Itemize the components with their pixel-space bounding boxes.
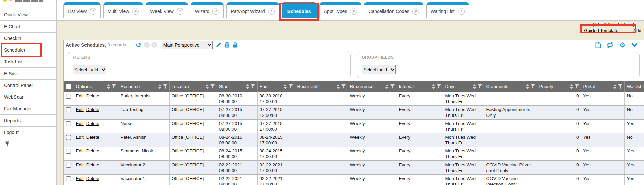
sidebar-item-scheduler[interactable]: Scheduler xyxy=(0,44,56,56)
edit-link[interactable]: Edit xyxy=(76,121,84,126)
filter-funnel-icon[interactable] xyxy=(341,84,346,89)
perspective-select[interactable]: Main Perspective xyxy=(162,41,213,49)
row-checkbox[interactable] xyxy=(66,135,71,140)
tab-cancellation-codes[interactable]: Cancellation Codes↗ xyxy=(364,2,423,18)
column-header-portal[interactable]: Portal xyxy=(581,81,624,92)
edit-link[interactable]: Edit xyxy=(76,148,84,153)
sidebar-item-e-chart[interactable]: E-Chart xyxy=(0,21,56,33)
row-checkbox[interactable] xyxy=(66,94,71,99)
sort-icon[interactable] xyxy=(337,84,340,89)
cell-waitlist_portal: No xyxy=(624,133,644,147)
sort-icon[interactable] xyxy=(526,84,529,89)
delete-link[interactable]: Delete xyxy=(86,135,99,140)
sort-icon[interactable] xyxy=(107,84,110,89)
sort-icon[interactable] xyxy=(432,84,435,89)
column-header-waitlist_portal[interactable]: Waitlist Portal xyxy=(624,81,644,92)
filters-field-select[interactable]: Select Field xyxy=(73,65,106,74)
add-link[interactable]: Add xyxy=(633,28,641,33)
filter-funnel-icon[interactable] xyxy=(437,84,441,89)
sidebar-item-quick-view[interactable]: Quick View xyxy=(0,9,56,21)
delete-link[interactable]: Delete xyxy=(86,107,99,112)
delete-link[interactable]: Delete xyxy=(86,93,99,98)
sort-icon[interactable] xyxy=(473,84,476,89)
edit-link[interactable]: Edit xyxy=(76,93,84,98)
prev-page-icon[interactable]: ‹ xyxy=(144,42,150,48)
sort-icon[interactable] xyxy=(613,84,616,89)
tab-multi-view[interactable]: Multi View↗ xyxy=(103,2,143,18)
filter-funnel-icon[interactable] xyxy=(112,84,116,89)
delete-link[interactable]: Delete xyxy=(86,162,99,167)
group-fields-select[interactable]: Select Field xyxy=(362,65,396,74)
delete-link[interactable]: Delete xyxy=(86,148,99,153)
edit-link[interactable]: Edit xyxy=(76,135,84,140)
edit-link[interactable]: Edit xyxy=(76,176,84,181)
column-header-check[interactable] xyxy=(64,81,74,92)
sidebar-item-logout[interactable]: Logout xyxy=(0,127,56,138)
tab-pat-appt-wizard[interactable]: Pat/Appt Wizard↗ xyxy=(226,2,279,18)
month-week-view-link[interactable]: Month/Week View xyxy=(595,22,631,27)
column-header-resource[interactable]: Resource xyxy=(118,81,169,92)
sort-icon[interactable] xyxy=(385,84,388,89)
column-header-recurrence[interactable]: Recurrence xyxy=(348,81,397,92)
sort-icon[interactable] xyxy=(158,84,161,89)
cell-waitlist_portal: Yes xyxy=(624,120,644,133)
edit-pencil-icon[interactable] xyxy=(216,42,222,48)
edit-link[interactable]: Edit xyxy=(76,107,84,112)
delete-link[interactable]: Delete xyxy=(86,121,99,126)
filter-funnel-icon[interactable] xyxy=(210,84,215,89)
column-header-start[interactable]: Start xyxy=(217,81,257,92)
gear-icon[interactable]: ⚙ xyxy=(619,41,625,48)
next-page-icon[interactable]: › xyxy=(151,42,157,48)
filter-funnel-icon[interactable] xyxy=(531,84,535,89)
lock-icon[interactable] xyxy=(233,42,238,48)
tab-list-view[interactable]: List View↗ xyxy=(63,2,101,18)
row-checkbox[interactable] xyxy=(66,149,71,154)
sidebar-item-checkin[interactable]: Checkin xyxy=(0,33,56,44)
tab-waiting-list[interactable]: Waiting List↗ xyxy=(426,2,469,18)
filter-funnel-icon[interactable] xyxy=(618,84,622,89)
new-document-icon[interactable] xyxy=(595,42,601,48)
edit-link[interactable]: Edit xyxy=(76,162,84,167)
column-header-days[interactable]: Days xyxy=(443,81,484,92)
column-header-priority[interactable]: Priority xyxy=(537,81,581,92)
column-header-options[interactable]: Options xyxy=(74,81,118,92)
sidebar-item-task-list[interactable]: Task List xyxy=(0,56,56,68)
undo-icon[interactable]: ↺ xyxy=(136,42,141,48)
column-header-recur_until[interactable]: Recur Until xyxy=(295,81,348,92)
select-all-checkbox[interactable] xyxy=(66,84,71,89)
column-header-end[interactable]: End xyxy=(257,81,295,92)
tab-wizard[interactable]: Wizard↗ xyxy=(191,2,224,18)
refresh-icon[interactable] xyxy=(607,42,613,48)
filter-funnel-icon[interactable] xyxy=(163,84,167,89)
filter-funnel-icon[interactable] xyxy=(251,84,255,89)
sidebar-item-fax-manager[interactable]: Fax Manager xyxy=(0,103,56,115)
column-header-location[interactable]: Location xyxy=(169,81,217,92)
column-header-comments[interactable]: Comments xyxy=(484,81,537,92)
sidebar-item-e-sign[interactable]: E-Sign xyxy=(0,68,56,80)
filter-funnel-icon[interactable] xyxy=(575,84,579,89)
delete-link[interactable]: Delete xyxy=(86,176,99,181)
column-header-interval[interactable]: Interval xyxy=(397,81,443,92)
filter-funnel-icon[interactable] xyxy=(390,84,395,89)
row-checkbox[interactable] xyxy=(66,121,71,126)
sidebar-item-webscan[interactable]: WebScan xyxy=(0,91,56,103)
month-week-view-link-line: | Month/Week View | xyxy=(592,22,634,27)
sort-icon[interactable] xyxy=(570,84,573,89)
chevron-down-icon[interactable] xyxy=(631,43,638,47)
row-checkbox[interactable] xyxy=(66,107,71,112)
tab-schedules[interactable]: Schedules xyxy=(282,2,317,18)
guided-template-link[interactable]: Guided Template xyxy=(584,28,618,33)
filter-funnel-icon[interactable] xyxy=(478,84,482,89)
sidebar-item-control-panel[interactable]: Control Panel xyxy=(0,80,56,91)
sort-icon[interactable] xyxy=(246,84,249,89)
pin-icon[interactable] xyxy=(5,141,10,147)
tab-appt-types[interactable]: Appt Types↗ xyxy=(319,2,362,18)
tab-week-view[interactable]: Week View↗ xyxy=(146,2,188,18)
sidebar-item-reports[interactable]: Reports xyxy=(0,115,56,127)
row-checkbox[interactable] xyxy=(66,176,71,181)
row-checkbox[interactable] xyxy=(66,163,71,168)
filter-funnel-icon[interactable] xyxy=(289,84,293,89)
trash-icon[interactable] xyxy=(225,42,230,48)
sort-icon[interactable] xyxy=(206,84,209,89)
sort-icon[interactable] xyxy=(284,84,287,89)
